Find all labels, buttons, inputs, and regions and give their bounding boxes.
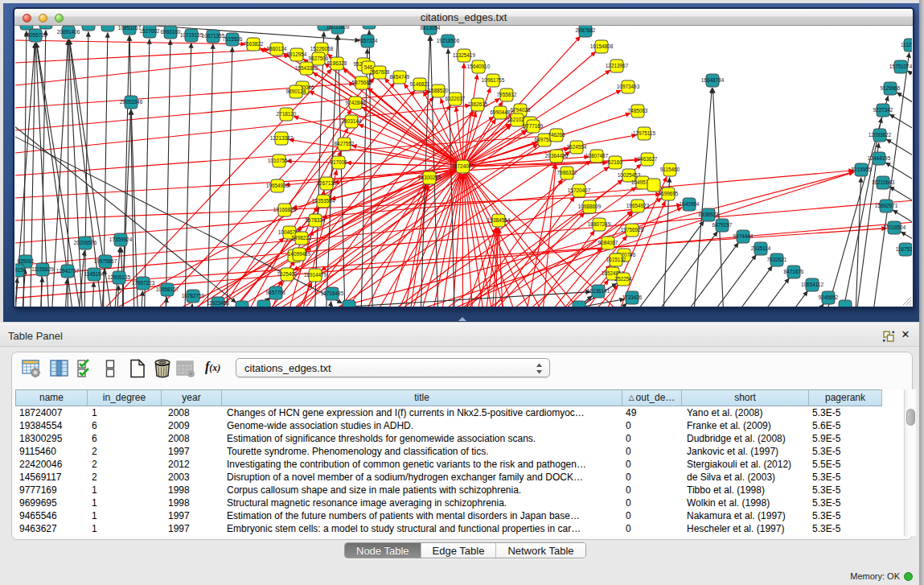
- tab-network-table[interactable]: Network Table: [496, 543, 585, 558]
- graph-node[interactable]: 11156829: [31, 263, 54, 276]
- network-canvas[interactable]: 1905571320691406108532671527602696616010…: [15, 26, 912, 307]
- graph-node[interactable]: 10973493: [617, 80, 640, 93]
- tab-edge-table[interactable]: Edge Table: [421, 543, 497, 558]
- graph-node[interactable]: 2087682: [576, 26, 596, 37]
- network-window-titlebar[interactable]: citations_edges.txt: [14, 9, 913, 26]
- graph-node[interactable]: 16210643: [872, 176, 895, 189]
- column-header-year[interactable]: year: [162, 389, 222, 406]
- graph-node[interactable]: 11325419: [453, 49, 475, 62]
- window-resize-grip[interactable]: [901, 296, 911, 305]
- graph-node[interactable]: 1527602: [140, 26, 160, 38]
- graph-node[interactable]: 17359924: [109, 233, 133, 246]
- row-height-icon[interactable]: [105, 359, 115, 378]
- edge-black[interactable]: [685, 88, 712, 307]
- scrollbar-thumb[interactable]: [906, 409, 915, 426]
- graph-node[interactable]: 8471676: [784, 266, 804, 278]
- graph-node[interactable]: [573, 301, 585, 307]
- float-panel-icon[interactable]: [883, 331, 894, 342]
- table-row[interactable]: 1938455462009Genome-wide association stu…: [15, 419, 903, 432]
- table-row[interactable]: 946362711997Embryonic stem cells: a mode…: [15, 522, 903, 535]
- edge-red[interactable]: [468, 130, 526, 163]
- splitter-collapse-handle[interactable]: [458, 317, 467, 321]
- graph-node[interactable]: 12444195: [868, 152, 891, 165]
- edge-crossing[interactable]: [462, 174, 463, 307]
- graph-node[interactable]: 7485063: [628, 105, 648, 117]
- close-panel-icon[interactable]: ✕: [900, 328, 911, 340]
- graph-node[interactable]: 16154808: [590, 40, 614, 53]
- graph-node[interactable]: 7955812: [497, 89, 517, 101]
- graph-node[interactable]: 10961755: [482, 74, 505, 87]
- graph-node[interactable]: 1640954: [680, 198, 700, 211]
- column-header-title[interactable]: title: [222, 389, 622, 406]
- table-row[interactable]: 1456911722003Disruption of a novel membe…: [15, 471, 903, 484]
- column-header-out_de[interactable]: △out_de…: [622, 389, 682, 406]
- edge-black[interactable]: [792, 96, 888, 307]
- column-header-short[interactable]: short: [682, 389, 809, 406]
- edge-black[interactable]: [736, 291, 807, 307]
- table-panel-titlebar[interactable]: Table Panel ✕: [0, 323, 919, 347]
- graph-node[interactable]: 9146821: [410, 78, 430, 91]
- select-all-rows-icon[interactable]: [76, 359, 94, 378]
- table-row[interactable]: 1872400712008Changes of HCN gene express…: [15, 406, 903, 419]
- graph-node[interactable]: 19055713: [24, 29, 47, 42]
- table-row[interactable]: 977716911998Corpus callosum shape and si…: [15, 484, 903, 496]
- graph-node[interactable]: 9245652: [819, 291, 839, 304]
- graph-node[interactable]: 16648784: [701, 74, 725, 87]
- graph-node[interactable]: 10654112: [801, 278, 823, 291]
- graph-node[interactable]: 7986322: [557, 167, 577, 179]
- graph-node[interactable]: 16914479: [304, 269, 327, 282]
- edge-black[interactable]: [206, 43, 213, 307]
- graph-node[interactable]: 7857224: [358, 35, 378, 47]
- edge-black[interactable]: [89, 282, 94, 307]
- edge-black[interactable]: [84, 31, 88, 307]
- graph-node[interactable]: 12093822: [869, 129, 892, 142]
- edge-crossing[interactable]: [468, 171, 820, 307]
- node-table[interactable]: namein_degreeyeartitle△out_de…shortpager…: [15, 389, 903, 536]
- edge-red[interactable]: [456, 106, 462, 160]
- graph-node[interactable]: 746266: [548, 129, 565, 142]
- graph-node[interactable]: 19384554: [487, 214, 511, 227]
- graph-node[interactable]: 6479197: [713, 219, 733, 232]
- graph-node[interactable]: 9115460: [660, 163, 680, 176]
- edge-black[interactable]: [183, 43, 191, 307]
- graph-node[interactable]: 16033809: [326, 26, 350, 34]
- graph-node[interactable]: 12213967: [606, 60, 629, 72]
- graph-node[interactable]: 20691406: [57, 26, 80, 39]
- graph-node[interactable]: 8454749: [390, 71, 410, 84]
- graph-node[interactable]: 10958107: [156, 283, 179, 296]
- graph-node[interactable]: [101, 26, 114, 31]
- edge-black[interactable]: [355, 292, 591, 307]
- edge-black[interactable]: [811, 117, 881, 307]
- table-row[interactable]: 946554611997Estimation of the future num…: [15, 509, 903, 522]
- graph-node[interactable]: 19166829: [273, 204, 297, 216]
- table-row[interactable]: 969969511998Structural magnetic resonanc…: [15, 496, 903, 509]
- graph-node[interactable]: 12213382: [270, 132, 294, 145]
- edge-red[interactable]: [15, 56, 290, 93]
- graph-node[interactable]: [39, 26, 52, 29]
- graph-node[interactable]: [839, 300, 852, 307]
- graph-node[interactable]: 18807249: [588, 218, 611, 231]
- edge-red[interactable]: [15, 194, 661, 223]
- graph-node[interactable]: [82, 26, 95, 31]
- graph-node[interactable]: 10688609: [578, 200, 602, 213]
- column-header-pagerank[interactable]: pagerank: [809, 389, 882, 406]
- network-graph[interactable]: 1905571320691406108532671527602696616010…: [15, 26, 912, 307]
- graph-node[interactable]: 252254: [614, 273, 632, 286]
- graph-node[interactable]: [236, 301, 248, 307]
- graph-node[interactable]: 9463627: [638, 153, 658, 166]
- graph-node[interactable]: 14353594: [312, 195, 335, 208]
- graph-node[interactable]: 10719155: [180, 29, 203, 42]
- graph-node[interactable]: 1112742: [901, 39, 912, 51]
- graph-node[interactable]: 1733426: [622, 291, 643, 304]
- edge-red[interactable]: [105, 90, 415, 307]
- edge-black[interactable]: [143, 39, 150, 307]
- graph-node[interactable]: 7632621: [767, 253, 787, 266]
- edge-crossing[interactable]: [465, 174, 575, 307]
- edge-black[interactable]: [320, 301, 331, 307]
- graph-node[interactable]: 1362615: [468, 98, 488, 111]
- graph-node[interactable]: 19218506: [437, 35, 460, 47]
- node-table-body[interactable]: 1872400712008Changes of HCN gene express…: [15, 406, 903, 535]
- edge-black[interactable]: [907, 71, 912, 113]
- table-row[interactable]: 1830029562008Estimation of significance …: [15, 432, 903, 445]
- edge-black[interactable]: [164, 39, 170, 307]
